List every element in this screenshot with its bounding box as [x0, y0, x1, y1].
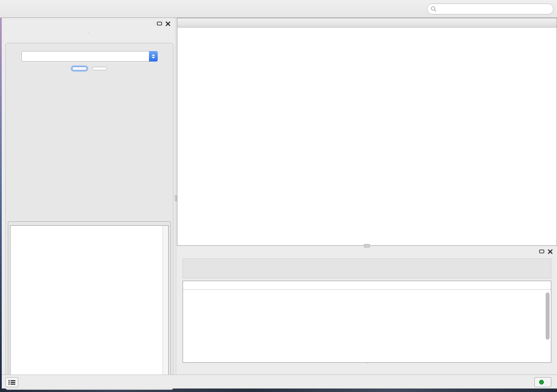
horizontal-splitter-grip[interactable]	[364, 244, 370, 248]
status-bar	[2, 375, 557, 389]
control-panel	[2, 18, 175, 375]
maximize-window-icon[interactable]	[198, 20, 204, 25]
network-canvas[interactable]	[177, 28, 557, 245]
search-box[interactable]	[427, 3, 554, 14]
search-icon	[431, 6, 436, 12]
network-view-frame	[177, 18, 557, 246]
close-table-panel-icon[interactable]	[548, 249, 553, 254]
list-icon	[8, 380, 15, 385]
close-panel-button[interactable]	[92, 67, 107, 70]
console-log-button[interactable]	[5, 377, 18, 387]
mcds-result-group	[8, 221, 171, 384]
network-graph[interactable]	[177, 28, 557, 245]
main-toolbar	[0, 0, 557, 18]
optimization-criterion-select[interactable]	[21, 51, 158, 62]
table-scrollbar-thumb[interactable]	[546, 292, 550, 340]
table-scrollbar[interactable]	[545, 292, 550, 361]
mcds-result-list[interactable]	[10, 225, 169, 382]
dropdown-stepper-icon	[149, 51, 158, 62]
float-table-panel-icon[interactable]	[539, 249, 544, 254]
node-table[interactable]	[183, 281, 551, 363]
app-window	[0, 0, 557, 392]
memory-status-icon	[539, 380, 544, 385]
result-list-scrollbar[interactable]	[163, 226, 168, 381]
memory-button[interactable]	[534, 377, 551, 387]
search-input[interactable]	[439, 6, 550, 12]
table-panel	[177, 246, 557, 375]
run-mcds-button[interactable]	[72, 67, 87, 70]
network-titlebar	[177, 18, 557, 28]
minimize-window-icon[interactable]	[190, 20, 195, 25]
control-panel-header	[2, 18, 175, 29]
mcds-tab-content	[5, 43, 173, 390]
table-toolbar	[183, 258, 551, 279]
float-panel-icon[interactable]	[157, 21, 162, 26]
close-window-icon[interactable]	[181, 20, 186, 25]
close-panel-icon[interactable]	[166, 21, 170, 26]
